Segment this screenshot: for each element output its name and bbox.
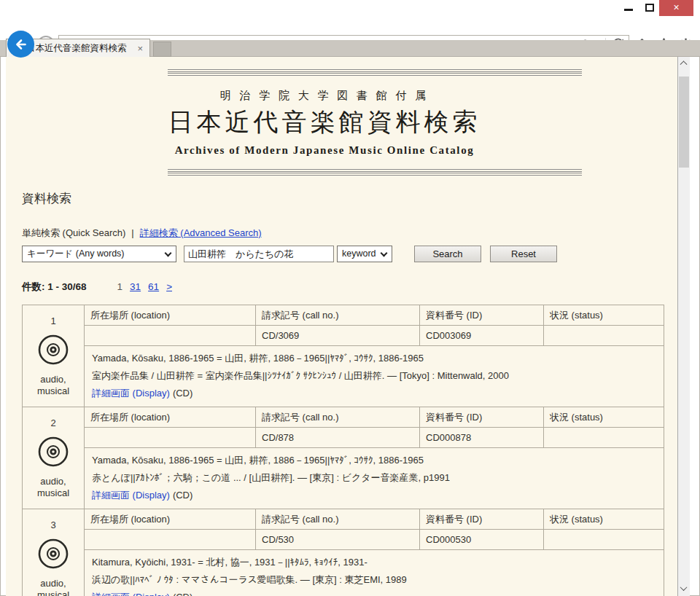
media-type-label: audio,: [40, 476, 66, 487]
new-tab-button[interactable]: [153, 42, 171, 57]
media-type-label: musical: [37, 385, 69, 396]
header-rule-bottom: [168, 169, 582, 176]
navigation-bar: e: [0, 16, 700, 40]
back-button[interactable]: [7, 31, 34, 58]
col-id-header: 資料番号 (ID): [420, 407, 544, 428]
record-description: Kitamura, Kyōichi, 1931- = 北村, 協一, 1931－…: [85, 550, 664, 596]
record-row: 1 audio,musical 所在場所 (location) 請求記号 (ca…: [23, 305, 664, 407]
display-link[interactable]: 詳細画面 (Display): [92, 388, 170, 399]
record-status: [544, 428, 664, 448]
page-link-next[interactable]: >: [166, 281, 172, 292]
col-callno-header: 請求記号 (call no.): [256, 407, 420, 428]
record-format: (CD): [173, 490, 192, 501]
display-link[interactable]: 詳細画面 (Display): [92, 592, 170, 596]
col-id-header: 資料番号 (ID): [420, 509, 544, 530]
record-row: 2 audio,musical 所在場所 (location) 請求記号 (ca…: [23, 407, 664, 509]
page-viewport: 明 治 学 院 大 学 図 書 館 付 属 日本近代音楽館資料検索 Archiv…: [6, 57, 677, 596]
media-type-label: audio,: [40, 374, 66, 385]
col-status-header: 状況 (status): [544, 509, 664, 530]
quick-search-label: 単純検索 (Quick Search): [22, 227, 125, 238]
record-title: 室内楽作品集 / 山田耕筰 = 室内楽作品集||ｼﾂﾅｲｶﾞｸ ｻｸﾋﾝｼｭｳ …: [92, 367, 656, 385]
cd-disc-icon: [28, 537, 78, 573]
record-callno: CD/3069: [256, 326, 420, 346]
page-title: 日本近代音楽館資料検索: [22, 106, 627, 139]
header-rule-top: [168, 69, 582, 77]
cd-disc-icon: [28, 435, 78, 471]
record-media-cell: 3 audio,musical: [23, 509, 85, 596]
search-button[interactable]: Search: [414, 246, 481, 262]
results-table: 1 audio,musical 所在場所 (location) 請求記号 (ca…: [22, 305, 664, 596]
chevron-up-icon: [680, 60, 688, 68]
record-media-cell: 1 audio,musical: [23, 305, 85, 407]
media-type-label: audio,: [40, 578, 66, 589]
record-author: Kitamura, Kyōichi, 1931- = 北村, 協一, 1931－…: [92, 554, 656, 571]
media-type-label: musical: [37, 589, 69, 596]
record-author: Yamada, Kōsaku, 1886-1965 = 山田, 耕筰, 1886…: [92, 350, 656, 367]
maximize-button[interactable]: [640, 0, 659, 16]
page-subtitle: Archives of Modern Japanese Music Online…: [22, 144, 627, 157]
record-format: (CD): [173, 388, 192, 399]
col-callno-header: 請求記号 (call no.): [256, 509, 420, 530]
media-type-label: musical: [37, 487, 69, 498]
vertical-scrollbar[interactable]: [677, 57, 690, 596]
record-id: CD000530: [420, 530, 544, 550]
chevron-down-icon: [680, 584, 688, 591]
chevron-down-icon: [381, 250, 388, 257]
col-location-header: 所在場所 (location): [85, 305, 256, 326]
record-status: [544, 530, 664, 550]
record-number: 1: [28, 315, 78, 326]
record-media-cell: 2 audio,musical: [23, 407, 85, 509]
title-bar: ×: [0, 0, 700, 16]
arrow-left-icon: [13, 36, 29, 52]
tab-strip: e 日本近代音楽館資料検索 ×: [0, 40, 700, 57]
col-location-header: 所在場所 (location): [85, 509, 256, 530]
search-field-value: キーワード (Any words): [27, 248, 125, 259]
record-id: CD003069: [420, 326, 544, 346]
record-format: (CD): [173, 592, 192, 596]
record-description: Yamada, Kōsaku, 1886-1965 = 山田, 耕筰, 1886…: [85, 346, 664, 407]
search-field-select[interactable]: キーワード (Any words): [22, 246, 176, 262]
chevron-down-icon: [165, 250, 172, 257]
record-description: Yamada, Kōsaku, 1886-1965 = 山田, 耕筰, 1886…: [85, 448, 664, 509]
record-number: 3: [28, 519, 78, 530]
search-type-value: keyword: [342, 248, 376, 259]
reset-button[interactable]: Reset: [490, 246, 557, 262]
record-author: Yamada, Kōsaku, 1886-1965 = 山田, 耕筰, 1886…: [92, 452, 656, 469]
browser-window: × e e 日本近: [0, 0, 700, 596]
record-location: [85, 326, 256, 346]
col-id-header: 資料番号 (ID): [420, 305, 544, 326]
search-type-select[interactable]: keyword: [337, 246, 392, 262]
minimize-icon: [624, 9, 633, 11]
record-location: [85, 428, 256, 448]
tab-title: 日本近代音楽館資料検索: [26, 42, 135, 55]
col-callno-header: 請求記号 (call no.): [256, 305, 420, 326]
result-count: 件数: 1 - 30/68: [22, 281, 87, 294]
record-status: [544, 326, 664, 346]
record-number: 2: [28, 417, 78, 428]
scroll-down-button[interactable]: [681, 586, 687, 592]
scroll-up-button[interactable]: [681, 60, 687, 66]
record-location: [85, 530, 256, 550]
record-row: 3 audio,musical 所在場所 (location) 請求記号 (ca…: [23, 509, 664, 596]
maximize-icon: [645, 4, 654, 12]
advanced-search-link[interactable]: 詳細検索 (Advanced Search): [140, 227, 262, 238]
col-status-header: 状況 (status): [544, 305, 664, 326]
cd-disc-icon: [28, 333, 78, 369]
close-button[interactable]: ×: [659, 0, 693, 16]
record-callno: CD/878: [256, 428, 420, 448]
scrollbar-thumb[interactable]: [679, 77, 689, 168]
header-affiliation: 明 治 学 院 大 学 図 書 館 付 属: [22, 89, 627, 103]
pagination: 1 31 61 >: [117, 281, 172, 292]
search-query-input[interactable]: [184, 246, 334, 262]
page-link-61[interactable]: 61: [148, 281, 159, 292]
tab-close-icon[interactable]: ×: [135, 43, 145, 54]
divider: |: [131, 227, 133, 238]
record-title: 浜辺の歌||ﾊﾏﾍﾞ ﾉ ｳﾀ : ママさんコーラス愛唱歌集. — [東京] :…: [92, 571, 656, 589]
page-current: 1: [117, 281, 123, 292]
display-link[interactable]: 詳細画面 (Display): [92, 490, 170, 501]
record-title: 赤とんぼ||ｱｶﾄﾝﾎﾞ；六騎；この道 ... / [山田耕筰]. — [東京]…: [92, 469, 656, 487]
record-id: CD000878: [420, 428, 544, 448]
minimize-button[interactable]: [618, 0, 639, 16]
col-location-header: 所在場所 (location): [85, 407, 256, 428]
page-link-31[interactable]: 31: [130, 281, 141, 292]
